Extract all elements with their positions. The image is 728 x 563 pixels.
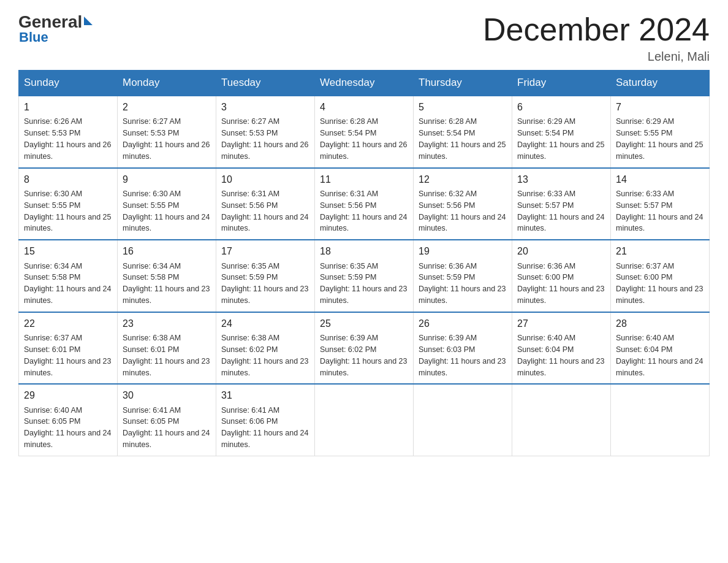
day-number: 23 [123,316,211,331]
calendar-cell: 2Sunrise: 6:27 AMSunset: 5:53 PMDaylight… [118,96,216,168]
day-info: Sunrise: 6:41 AMSunset: 6:05 PMDaylight:… [123,406,210,450]
calendar-cell: 6Sunrise: 6:29 AMSunset: 5:54 PMDaylight… [512,96,611,168]
calendar-cell: 3Sunrise: 6:27 AMSunset: 5:53 PMDaylight… [216,96,315,168]
day-number: 3 [221,100,309,114]
day-number: 27 [517,316,605,331]
col-monday: Monday [118,71,216,96]
day-number: 12 [419,172,507,186]
day-number: 24 [221,316,309,331]
calendar-cell: 10Sunrise: 6:31 AMSunset: 5:56 PMDayligh… [216,168,315,240]
col-sunday: Sunday [19,71,118,96]
calendar-cell: 1Sunrise: 6:26 AMSunset: 5:53 PMDaylight… [19,96,118,168]
day-info: Sunrise: 6:38 AMSunset: 6:02 PMDaylight:… [221,334,308,377]
day-info: Sunrise: 6:29 AMSunset: 5:55 PMDaylight:… [616,117,703,161]
title-area: December 2024 Leleni, Mali [483,12,710,64]
day-number: 21 [616,244,704,258]
day-number: 19 [419,244,507,258]
calendar-cell [611,384,710,456]
day-number: 8 [24,172,112,186]
calendar-cell: 16Sunrise: 6:34 AMSunset: 5:58 PMDayligh… [118,240,216,312]
logo: General Blue [18,12,93,45]
day-number: 15 [24,244,112,258]
calendar-cell [512,384,611,456]
calendar-table: Sunday Monday Tuesday Wednesday Thursday… [18,70,710,456]
day-info: Sunrise: 6:36 AMSunset: 6:00 PMDaylight:… [517,262,604,305]
calendar-week-row: 15Sunrise: 6:34 AMSunset: 5:58 PMDayligh… [19,240,710,312]
calendar-header-row: Sunday Monday Tuesday Wednesday Thursday… [19,71,710,96]
day-number: 2 [123,100,211,114]
day-number: 10 [221,172,309,186]
day-info: Sunrise: 6:41 AMSunset: 6:06 PMDaylight:… [221,406,308,450]
calendar-cell: 12Sunrise: 6:32 AMSunset: 5:56 PMDayligh… [414,168,512,240]
calendar-cell: 15Sunrise: 6:34 AMSunset: 5:58 PMDayligh… [19,240,118,312]
calendar-cell: 28Sunrise: 6:40 AMSunset: 6:04 PMDayligh… [611,312,710,385]
calendar-cell: 18Sunrise: 6:35 AMSunset: 5:59 PMDayligh… [315,240,414,312]
day-number: 1 [24,100,112,114]
calendar-cell: 20Sunrise: 6:36 AMSunset: 6:00 PMDayligh… [512,240,611,312]
calendar-week-row: 8Sunrise: 6:30 AMSunset: 5:55 PMDaylight… [19,168,710,240]
day-info: Sunrise: 6:31 AMSunset: 5:56 PMDaylight:… [221,190,308,233]
day-info: Sunrise: 6:38 AMSunset: 6:01 PMDaylight:… [123,334,210,377]
day-info: Sunrise: 6:31 AMSunset: 5:56 PMDaylight:… [320,190,407,233]
day-number: 25 [320,316,408,331]
day-info: Sunrise: 6:35 AMSunset: 5:59 PMDaylight:… [320,262,407,305]
calendar-cell: 29Sunrise: 6:40 AMSunset: 6:05 PMDayligh… [19,384,118,456]
day-number: 26 [419,316,507,331]
day-info: Sunrise: 6:29 AMSunset: 5:54 PMDaylight:… [517,117,604,161]
col-friday: Friday [512,71,611,96]
day-number: 31 [221,388,309,402]
calendar-cell: 25Sunrise: 6:39 AMSunset: 6:02 PMDayligh… [315,312,414,385]
calendar-cell: 11Sunrise: 6:31 AMSunset: 5:56 PMDayligh… [315,168,414,240]
day-info: Sunrise: 6:39 AMSunset: 6:03 PMDaylight:… [419,334,506,377]
day-number: 4 [320,100,408,114]
day-info: Sunrise: 6:27 AMSunset: 5:53 PMDaylight:… [123,117,210,161]
day-info: Sunrise: 6:28 AMSunset: 5:54 PMDaylight:… [320,117,407,161]
calendar-cell: 30Sunrise: 6:41 AMSunset: 6:05 PMDayligh… [118,384,216,456]
day-number: 16 [123,244,211,258]
calendar-cell: 14Sunrise: 6:33 AMSunset: 5:57 PMDayligh… [611,168,710,240]
day-number: 20 [517,244,605,258]
calendar-cell: 5Sunrise: 6:28 AMSunset: 5:54 PMDaylight… [414,96,512,168]
day-info: Sunrise: 6:40 AMSunset: 6:04 PMDaylight:… [616,334,703,377]
col-tuesday: Tuesday [216,71,315,96]
day-number: 30 [123,388,211,402]
day-info: Sunrise: 6:34 AMSunset: 5:58 PMDaylight:… [123,262,210,305]
day-info: Sunrise: 6:34 AMSunset: 5:58 PMDaylight:… [24,262,111,305]
month-title: December 2024 [483,12,710,47]
calendar-week-row: 1Sunrise: 6:26 AMSunset: 5:53 PMDaylight… [19,96,710,168]
day-info: Sunrise: 6:33 AMSunset: 5:57 PMDaylight:… [517,190,604,233]
day-info: Sunrise: 6:37 AMSunset: 6:00 PMDaylight:… [616,262,703,305]
calendar-cell [315,384,414,456]
calendar-cell: 31Sunrise: 6:41 AMSunset: 6:06 PMDayligh… [216,384,315,456]
calendar-cell: 26Sunrise: 6:39 AMSunset: 6:03 PMDayligh… [414,312,512,385]
location-label: Leleni, Mali [483,50,710,64]
calendar-cell: 19Sunrise: 6:36 AMSunset: 5:59 PMDayligh… [414,240,512,312]
day-number: 29 [24,388,112,402]
calendar-week-row: 22Sunrise: 6:37 AMSunset: 6:01 PMDayligh… [19,312,710,385]
page-header: General Blue December 2024 Leleni, Mali [18,12,710,64]
col-saturday: Saturday [611,71,710,96]
day-info: Sunrise: 6:40 AMSunset: 6:05 PMDaylight:… [24,406,111,450]
day-number: 11 [320,172,408,186]
day-number: 14 [616,172,704,186]
day-number: 28 [616,316,704,331]
calendar-cell [414,384,512,456]
day-info: Sunrise: 6:33 AMSunset: 5:57 PMDaylight:… [616,190,703,233]
day-info: Sunrise: 6:37 AMSunset: 6:01 PMDaylight:… [24,334,111,377]
day-number: 17 [221,244,309,258]
day-info: Sunrise: 6:40 AMSunset: 6:04 PMDaylight:… [517,334,604,377]
calendar-cell: 27Sunrise: 6:40 AMSunset: 6:04 PMDayligh… [512,312,611,385]
calendar-cell: 13Sunrise: 6:33 AMSunset: 5:57 PMDayligh… [512,168,611,240]
day-info: Sunrise: 6:35 AMSunset: 5:59 PMDaylight:… [221,262,308,305]
day-info: Sunrise: 6:39 AMSunset: 6:02 PMDaylight:… [320,334,407,377]
day-info: Sunrise: 6:28 AMSunset: 5:54 PMDaylight:… [419,117,506,161]
calendar-cell: 8Sunrise: 6:30 AMSunset: 5:55 PMDaylight… [19,168,118,240]
day-number: 6 [517,100,605,114]
calendar-cell: 22Sunrise: 6:37 AMSunset: 6:01 PMDayligh… [19,312,118,385]
calendar-week-row: 29Sunrise: 6:40 AMSunset: 6:05 PMDayligh… [19,384,710,456]
day-info: Sunrise: 6:30 AMSunset: 5:55 PMDaylight:… [24,190,111,233]
calendar-cell: 9Sunrise: 6:30 AMSunset: 5:55 PMDaylight… [118,168,216,240]
day-number: 22 [24,316,112,331]
day-number: 5 [419,100,507,114]
col-wednesday: Wednesday [315,71,414,96]
